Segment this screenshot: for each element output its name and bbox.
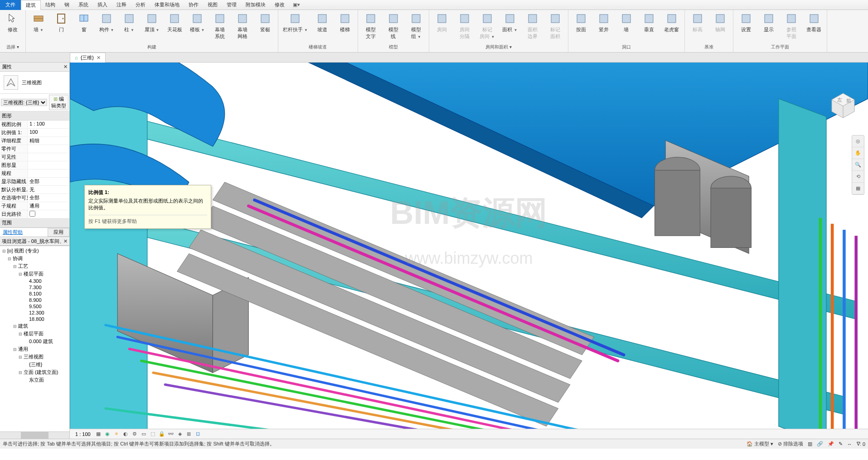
document-tab[interactable]: ⌂ {三维} ✕ (70, 53, 106, 63)
ribbon-component-button[interactable]: 构件 ▼ (97, 11, 116, 34)
menu-系统[interactable]: 系统 (74, 0, 93, 10)
status-exclude-icon[interactable]: ⊘ 排除选项 (778, 441, 803, 447)
property-row[interactable]: 详细程度精细 (0, 137, 69, 145)
crop-icon[interactable]: ▭ (140, 430, 148, 438)
lock3d-icon[interactable]: 🔒 (158, 430, 166, 438)
menu-注释[interactable]: 注释 (112, 0, 131, 10)
ribbon-railing-button[interactable]: 栏杆扶手 ▼ (281, 11, 310, 34)
file-menu[interactable]: 文件 (0, 0, 21, 10)
ribbon-vert-button[interactable]: 垂直 (639, 11, 659, 34)
status-pin-icon[interactable]: 📌 (828, 441, 834, 447)
ribbon-door-button[interactable]: 门 (51, 11, 71, 34)
close-icon[interactable]: ✕ (97, 55, 101, 61)
temp-hide-icon[interactable]: 👓 (167, 430, 175, 438)
tree-toggle-icon[interactable]: ⊟ (7, 257, 12, 261)
ribbon-ceiling-button[interactable]: 天花板 (165, 11, 184, 34)
analytical-icon[interactable]: ⊞ (185, 430, 193, 438)
ribbon-shaft-button[interactable]: 竖井 (594, 11, 614, 34)
property-value[interactable]: 全部 (28, 194, 69, 202)
nav-orbit-icon[interactable]: ⟲ (852, 171, 864, 183)
reveal-icon[interactable]: ◈ (176, 430, 184, 438)
tree-node[interactable]: ⊟三维视图 (1, 353, 68, 361)
ribbon-group-button[interactable]: 模型组 ▼ (406, 11, 426, 41)
status-editable-icon[interactable]: ✎ (839, 441, 843, 447)
browser-scrollbar[interactable] (0, 431, 69, 439)
sun-path-icon[interactable]: ☀ (112, 430, 121, 438)
property-value[interactable] (28, 210, 69, 218)
menu-修改[interactable]: 修改 (270, 0, 289, 10)
ribbon-mullion-button[interactable]: 竖梃 (255, 11, 275, 34)
ribbon-line-button[interactable]: 模型线 (383, 11, 403, 41)
detail-level-icon[interactable]: ▦ (94, 430, 102, 438)
ribbon-overflow-icon[interactable]: ▣▾ (293, 2, 300, 8)
property-value[interactable]: 全部 (28, 178, 69, 185)
property-row[interactable]: 比例值 1:100 (0, 129, 69, 137)
status-model-dropdown[interactable]: 🏠 主模型 ▾ (747, 441, 773, 447)
viewcube[interactable]: 左 前 (827, 90, 859, 121)
viewport-3d[interactable]: BIM资源网 www.bimzyw.com 比例值 1: 定义实际测量单位及其在… (70, 63, 868, 439)
tree-node[interactable]: 8.900 (1, 297, 68, 303)
ribbon-dormer-button[interactable]: 老虎窗 (662, 11, 682, 34)
ribbon-grid-button[interactable]: 幕墙网格 (233, 11, 252, 41)
ribbon-set-button[interactable]: 设置 (736, 11, 756, 34)
tree-node[interactable]: 12.300 (1, 310, 68, 316)
nav-zoom-icon[interactable]: 🔍 (852, 159, 864, 171)
tree-toggle-icon[interactable]: ⊟ (13, 264, 17, 269)
tree-node[interactable]: 18.800 (1, 316, 68, 322)
property-value[interactable] (28, 153, 69, 161)
ribbon-curtain-button[interactable]: 幕墙系统 (210, 11, 230, 41)
menu-建筑[interactable]: 建筑 (21, 0, 41, 10)
tree-node[interactable]: ⊟工艺 (1, 262, 68, 270)
menu-结构[interactable]: 结构 (41, 0, 60, 10)
ribbon-text-button[interactable]: 模型文字 (361, 11, 381, 41)
property-row[interactable]: 默认分析显...无 (0, 186, 69, 194)
property-value[interactable] (28, 161, 69, 169)
property-row[interactable]: 可见性 (0, 153, 69, 161)
property-row[interactable]: 子规程通用 (0, 202, 69, 210)
edit-type-button[interactable]: ⊞ 编辑类型 (49, 95, 68, 110)
menu-管理[interactable]: 管理 (222, 0, 241, 10)
render-icon[interactable]: ⚙ (131, 430, 139, 438)
tree-node[interactable]: ⊟楼层平面 (1, 330, 68, 338)
prop-section-extents[interactable]: 范围 (0, 218, 69, 228)
tree-node[interactable]: ⊟建筑 (1, 322, 68, 330)
ribbon-roof-button[interactable]: 屋顶 ▼ (142, 11, 162, 34)
properties-type-display[interactable]: 三维视图 (0, 72, 69, 94)
close-icon[interactable]: ✕ (63, 64, 68, 70)
properties-help-link[interactable]: 属性帮助 (0, 228, 48, 237)
property-value[interactable]: 100 (28, 129, 69, 136)
property-value[interactable]: 无 (28, 186, 69, 194)
ribbon-window-button[interactable]: 窗 (74, 11, 94, 34)
property-row[interactable]: 零件可 (0, 145, 69, 153)
crop-region-icon[interactable]: ⬚ (149, 430, 157, 438)
ribbon-cursor-button[interactable]: 修改 (3, 11, 23, 34)
property-row[interactable]: 视图比例1 : 100 (0, 121, 69, 129)
ribbon-floor-button[interactable]: 楼板 ▼ (187, 11, 207, 34)
tree-node[interactable]: ⊟[o] 视图 (专业) (1, 247, 68, 255)
visual-style-icon[interactable]: ◉ (103, 430, 112, 438)
status-drag-icon[interactable]: ↔ (847, 441, 852, 447)
property-row[interactable]: 图形显 (0, 161, 69, 169)
close-icon[interactable]: ✕ (63, 238, 68, 244)
tree-node[interactable]: ⊟通用 (1, 345, 68, 353)
constraints-icon[interactable]: ⊡ (194, 430, 202, 438)
status-select-icon[interactable]: ▥ (808, 441, 812, 447)
project-browser[interactable]: ⊟[o] 视图 (专业)⊟协调⊟工艺⊟楼层平面4.3007.3008.1008.… (0, 246, 69, 431)
tree-toggle-icon[interactable]: ⊟ (13, 324, 17, 329)
status-filter-count[interactable]: ∇:0 (857, 441, 865, 447)
menu-协作[interactable]: 协作 (184, 0, 203, 10)
tree-node[interactable]: {三维} (1, 361, 68, 368)
tree-node[interactable]: ⊟协调 (1, 255, 68, 262)
menu-附加模块[interactable]: 附加模块 (241, 0, 270, 10)
tree-toggle-icon[interactable]: ⊟ (18, 370, 23, 375)
tree-node[interactable]: 0.000 建筑 (1, 338, 68, 345)
tree-node[interactable]: ⊟立面 (建筑立面) (1, 368, 68, 376)
menu-钢[interactable]: 钢 (60, 0, 74, 10)
property-value[interactable]: 通用 (28, 202, 69, 210)
nav-wheel-icon[interactable]: ◎ (852, 136, 864, 147)
tree-toggle-icon[interactable]: ⊟ (18, 332, 23, 336)
nav-lookat-icon[interactable]: ▦ (852, 183, 864, 194)
shadow-icon[interactable]: ◐ (121, 430, 130, 438)
property-row[interactable]: 日光路径 (0, 210, 69, 218)
tree-node[interactable]: 9.500 (1, 303, 68, 310)
